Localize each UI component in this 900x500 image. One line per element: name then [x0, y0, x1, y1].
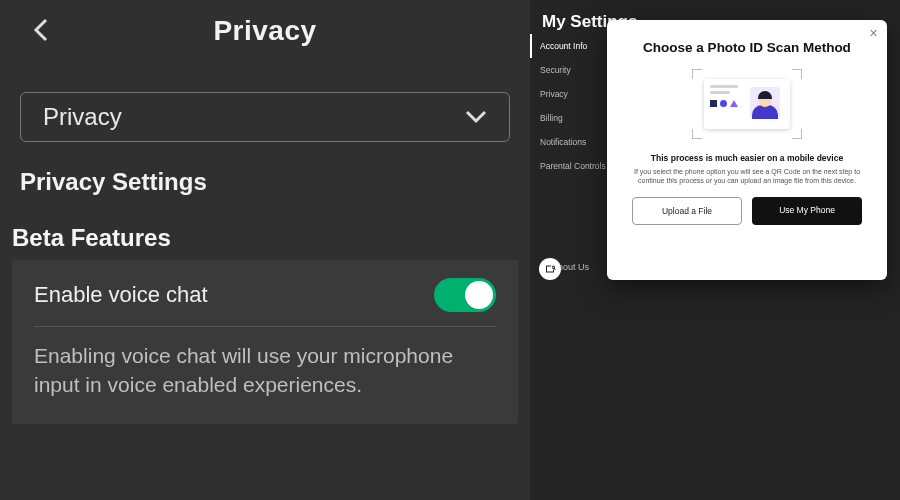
- chevron-left-icon: [32, 17, 52, 43]
- voice-chat-label: Enable voice chat: [34, 282, 208, 308]
- voice-chat-toggle[interactable]: [434, 278, 496, 312]
- section-title-beta-features: Beta Features: [12, 224, 530, 252]
- image-search-bubble[interactable]: [539, 258, 561, 280]
- voice-chat-card: Enable voice chat Enabling voice chat wi…: [12, 260, 518, 424]
- voice-chat-row: Enable voice chat: [34, 278, 496, 327]
- frame-corner: [692, 69, 702, 79]
- id-card-photo: [750, 87, 780, 119]
- id-card-text-side: [704, 79, 746, 129]
- modal-button-row: Upload a File Use My Phone: [625, 197, 869, 225]
- back-button[interactable]: [26, 14, 58, 46]
- modal-title: Choose a Photo ID Scan Method: [625, 40, 869, 55]
- modal-emphasis-text: This process is much easier on a mobile …: [625, 153, 869, 163]
- panel-header: Privacy: [0, 0, 530, 62]
- page-title: Privacy: [0, 15, 530, 47]
- modal-subtext: If you select the phone option you will …: [625, 167, 869, 197]
- frame-corner: [792, 69, 802, 79]
- privacy-panel: Privacy Privacy Privacy Settings Beta Fe…: [0, 0, 530, 500]
- id-scan-illustration: [692, 69, 802, 139]
- id-card-graphic: [704, 79, 790, 129]
- dropdown-label: Privacy: [43, 103, 122, 131]
- close-button[interactable]: ✕: [869, 27, 878, 40]
- toggle-knob: [465, 281, 493, 309]
- frame-corner: [792, 129, 802, 139]
- category-dropdown[interactable]: Privacy: [20, 92, 510, 142]
- chevron-down-icon: [465, 110, 487, 124]
- photo-id-modal: ✕ Choose a Photo ID Scan Method This pro…: [607, 20, 887, 280]
- frame-corner: [692, 129, 702, 139]
- voice-chat-description: Enabling voice chat will use your microp…: [34, 341, 496, 400]
- upload-file-button[interactable]: Upload a File: [632, 197, 742, 225]
- use-my-phone-button[interactable]: Use My Phone: [752, 197, 862, 225]
- section-title-privacy-settings: Privacy Settings: [20, 168, 530, 196]
- image-search-icon: [544, 263, 556, 275]
